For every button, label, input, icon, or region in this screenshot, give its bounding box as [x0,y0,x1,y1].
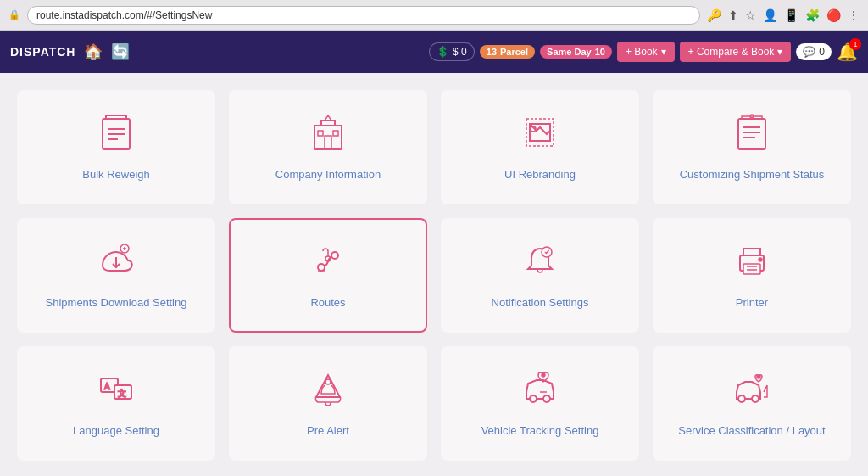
sameday-count: 10 [595,47,605,57]
notification-bell[interactable]: 🔔 1 [837,42,858,62]
book-button[interactable]: + Book ▾ [617,42,675,62]
svg-point-34 [738,395,745,402]
card-routes[interactable]: Routes [229,218,427,333]
credit-amount: $ 0 [453,46,467,58]
vehicle-tracking-icon [520,368,560,414]
svg-rect-10 [738,119,765,149]
pre-alert-icon [308,368,348,414]
url-bar[interactable]: route.instadispatch.com/#/SettingsNew [27,6,700,25]
brand-logo: DISPATCH [10,45,75,59]
card-vehicle-tracking-setting[interactable]: Vehicle Tracking Setting [441,346,639,461]
tab-icon[interactable]: 📱 [784,8,798,22]
notification-badge: 1 [849,38,861,50]
language-icon: A 文 [96,368,136,414]
compare-book-button[interactable]: + Compare & Book ▾ [680,42,792,62]
browser-chrome: 🔒 route.instadispatch.com/#/SettingsNew … [0,0,868,31]
svg-point-32 [543,395,550,402]
card-customizing-shipment-status[interactable]: Customizing Shipment Status [653,90,851,204]
parcel-label: Parcel [500,47,528,57]
card-ui-rebranding[interactable]: UI Rebranding [441,90,639,204]
chat-icon: 💬 [803,46,815,58]
card-notification-settings[interactable]: Notification Settings [441,218,639,333]
svg-point-31 [530,395,537,402]
browser-toolbar: 🔑 ⬆ ☆ 👤 📱 🧩 🔴 ⋮ [707,8,860,22]
settings-grid: Bulk Reweigh Company Information [17,90,851,461]
card-bulk-reweigh[interactable]: Bulk Reweigh [17,90,215,204]
language-setting-label: Language Setting [73,424,159,439]
svg-point-33 [542,373,545,377]
svg-rect-4 [314,126,342,149]
company-information-label: Company Information [275,168,381,182]
dollar-icon: 💲 [437,46,449,58]
service-classification-icon [732,368,772,414]
svg-text:文: 文 [118,389,126,398]
star-icon[interactable]: ☆ [745,8,756,22]
sameday-label: Same Day [547,47,592,57]
svg-rect-5 [325,136,331,149]
customizing-icon [732,112,772,158]
svg-point-36 [757,375,760,378]
header-right: 💲 $ 0 13 Parcel Same Day 10 + Book ▾ + C… [429,42,858,62]
vehicle-tracking-setting-label: Vehicle Tracking Setting [481,424,599,439]
card-pre-alert[interactable]: Pre Alert [229,346,427,461]
url-text: route.instadispatch.com/#/SettingsNew [36,9,212,21]
service-classification-layout-label: Service Classification / Layout [678,424,825,439]
shipments-download-icon [96,240,136,286]
lock-icon: 🔒 [8,9,20,20]
menu-icon[interactable]: ⋮ [848,8,860,22]
card-service-classification-layout[interactable]: Service Classification / Layout [653,346,851,461]
customizing-shipment-status-label: Customizing Shipment Status [680,168,825,182]
parcel-badge: 13 Parcel [480,45,535,59]
routes-label: Routes [310,296,345,311]
ui-rebranding-icon [520,112,560,158]
svg-point-16 [318,264,325,271]
dispatch-icon[interactable]: 🔄 [111,42,130,61]
company-icon [308,112,348,158]
settings-grid-area: Bulk Reweigh Company Information [0,73,868,476]
svg-rect-22 [743,264,760,274]
svg-point-25 [759,258,762,261]
notification-settings-label: Notification Settings [492,296,589,311]
bulk-reweigh-label: Bulk Reweigh [82,168,150,182]
profile-icon[interactable]: 👤 [763,8,777,22]
svg-point-17 [331,252,338,259]
printer-label: Printer [736,296,768,311]
app-header: DISPATCH 🏠 🔄 💲 $ 0 13 Parcel Same Day 10… [0,31,868,73]
credit-badge: 💲 $ 0 [429,42,475,61]
compare-book-label: + Compare & Book [688,46,775,58]
chat-badge[interactable]: 💬 0 [796,43,832,60]
routes-icon [308,240,348,286]
card-shipments-download-setting[interactable]: Shipments Download Setting [17,218,215,333]
card-language-setting[interactable]: A 文 Language Setting [17,346,215,461]
chat-count: 0 [819,46,825,58]
svg-point-35 [752,395,759,402]
shipments-download-setting-label: Shipments Download Setting [46,296,187,311]
svg-text:A: A [104,382,110,391]
book-label: + Book [626,46,658,58]
card-company-information[interactable]: Company Information [229,90,427,204]
key-icon: 🔑 [707,8,721,22]
home-icon[interactable]: 🏠 [84,42,103,61]
bulk-reweigh-icon [96,112,136,158]
sameday-badge: Same Day 10 [540,45,612,59]
svg-point-30 [326,379,331,384]
parcel-count: 13 [487,47,497,57]
svg-rect-6 [318,131,323,136]
pre-alert-label: Pre Alert [307,424,349,439]
book-chevron: ▾ [661,46,666,58]
printer-icon [732,240,772,286]
notification-settings-icon [520,240,560,286]
share-icon[interactable]: ⬆ [728,8,738,22]
ui-rebranding-label: UI Rebranding [504,168,576,182]
svg-rect-7 [333,131,338,136]
compare-chevron: ▾ [777,46,782,58]
ext-icon[interactable]: 🧩 [805,8,820,22]
card-printer[interactable]: Printer [653,218,851,333]
puzzle-icon[interactable]: 🔴 [826,8,841,22]
